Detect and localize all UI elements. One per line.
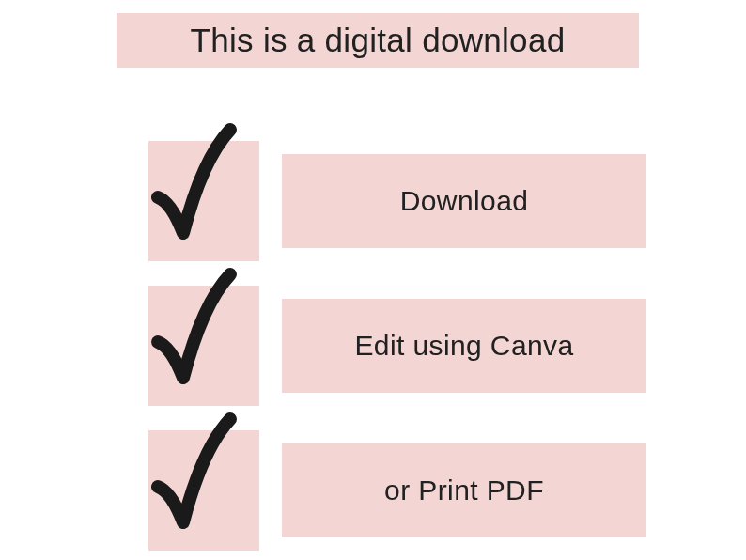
step-label: or Print PDF — [384, 474, 544, 506]
step-label-box: Download — [282, 154, 646, 248]
checkmark-icon — [132, 113, 258, 268]
checkmark-icon — [132, 402, 258, 557]
header-title: This is a digital download — [191, 22, 566, 59]
header-banner: This is a digital download — [117, 13, 639, 68]
step-label: Edit using Canva — [354, 330, 573, 362]
step-label: Download — [400, 185, 529, 217]
steps-list: Download Edit using Canva or Print PDF — [148, 141, 646, 560]
list-item: Edit using Canva — [148, 286, 646, 406]
list-item: or Print PDF — [148, 430, 646, 551]
step-label-box: Edit using Canva — [282, 299, 646, 393]
checkmark-icon — [132, 257, 258, 412]
checkmark-cell — [148, 286, 259, 406]
step-label-box: or Print PDF — [282, 443, 646, 537]
checkmark-cell — [148, 141, 259, 261]
checkmark-cell — [148, 430, 259, 551]
list-item: Download — [148, 141, 646, 261]
